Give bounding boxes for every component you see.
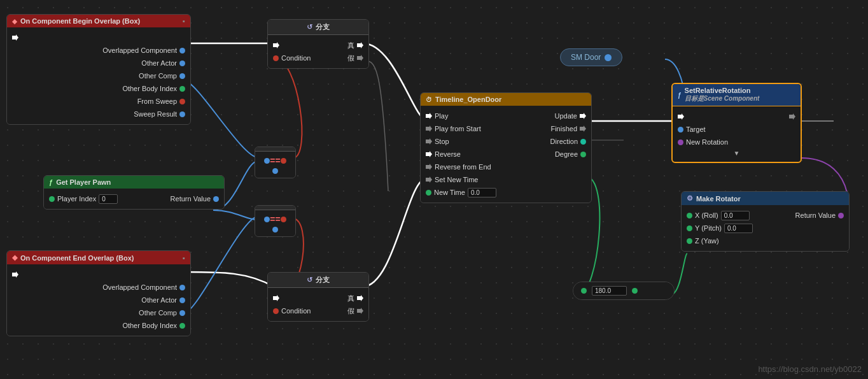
branch1-icon: ↺ xyxy=(307,23,312,31)
value-180-input[interactable] xyxy=(592,286,627,296)
begin-overlap-exec-pin[interactable] xyxy=(12,34,18,41)
end-overlap-exec-pin[interactable] xyxy=(12,271,18,278)
node-value-180 xyxy=(573,282,675,300)
node-equals-1: == xyxy=(255,147,296,178)
timeline-update-pin[interactable] xyxy=(580,113,586,119)
overlap-comp-label: Overlapped Component xyxy=(102,46,177,54)
set-rotation-target-pin[interactable] xyxy=(678,127,683,132)
timeline-degree-pin[interactable] xyxy=(580,152,586,157)
timeline-revend-pin[interactable] xyxy=(426,164,432,170)
timeline-play-pin[interactable] xyxy=(426,113,432,119)
timeline-direction-pin[interactable] xyxy=(580,139,586,145)
branch2-condition-pin[interactable] xyxy=(273,308,279,314)
rotator-return-pin[interactable] xyxy=(838,213,844,218)
node-set-relative-rotation: ƒ SetRelativeRotation 目标是Scene Component xyxy=(671,83,802,163)
equals2-symbol: == xyxy=(270,214,280,224)
begin-overlap-close[interactable]: ◆ xyxy=(12,18,17,25)
node-end-overlap: ◆ On Component End Overlap (Box) ▪ Overl… xyxy=(6,250,191,336)
set-rotation-newrot-label: New Rotation xyxy=(686,138,728,146)
set-rotation-target-label: Target xyxy=(686,125,706,133)
watermark: https://blog.csdn.net/yb0022 xyxy=(758,364,862,374)
timeline-finished-pin[interactable] xyxy=(580,125,586,132)
begin-overlap-exec-row xyxy=(7,31,190,44)
branch2-true-pin[interactable] xyxy=(357,295,363,301)
timeline-newtime-pin[interactable] xyxy=(426,190,431,196)
branch2-condition-label: Condition xyxy=(281,307,311,315)
timeline-update-label: Update xyxy=(555,112,577,120)
blueprint-canvas: ◆ On Component Begin Overlap (Box) ▪ Ove… xyxy=(0,0,868,379)
rotator-y-input[interactable] xyxy=(724,224,753,233)
equals2-result-pin[interactable] xyxy=(281,217,286,222)
node-branch-1: ↺ 分支 真 Condition 假 xyxy=(267,19,369,69)
return-value-label: Return Value xyxy=(171,195,211,203)
timeline-reverse-label: Reverse xyxy=(435,150,461,158)
branch1-exec-in[interactable] xyxy=(273,42,279,48)
timeline-stop-label: Stop xyxy=(435,138,449,145)
node-begin-overlap: ◆ On Component Begin Overlap (Box) ▪ Ove… xyxy=(6,14,191,125)
set-rotation-exec-in[interactable] xyxy=(678,113,684,120)
timeline-reverse-pin[interactable] xyxy=(426,151,432,157)
timeline-play-label: Play xyxy=(435,112,448,120)
equals1-result-pin[interactable] xyxy=(281,158,286,164)
timeline-newtime-input[interactable] xyxy=(468,188,496,197)
get-player-pawn-title: Get Player Pawn xyxy=(56,178,111,186)
branch1-condition-label: Condition xyxy=(281,54,311,62)
timeline-playfromstart-pin[interactable] xyxy=(426,125,432,132)
equals1-pin-b[interactable] xyxy=(272,168,278,174)
node-make-rotator: ⚙ Make Rotator X (Roll) Return Value xyxy=(681,191,850,252)
value-180-out-pin[interactable] xyxy=(632,288,638,294)
rotator-return-label: Return Value xyxy=(795,211,836,219)
other-actor-pin-begin[interactable] xyxy=(179,61,185,66)
set-rotation-expand[interactable]: ▼ xyxy=(673,148,801,158)
make-rotator-title: Make Rotator xyxy=(696,195,741,203)
branch2-exec-in[interactable] xyxy=(273,295,279,301)
equals1-pin-a[interactable] xyxy=(264,158,270,164)
node-branch-2: ↺ 分支 真 Condition 假 xyxy=(267,272,369,322)
timeline-revend-label: Reverse from End xyxy=(435,163,491,171)
other-actor-label: Other Actor xyxy=(141,59,177,67)
equals2-pin-b[interactable] xyxy=(272,227,278,232)
set-rotation-newrot-pin[interactable] xyxy=(678,139,683,145)
timeline-icon: ⏱ xyxy=(426,96,432,103)
value-180-in-pin[interactable] xyxy=(581,288,587,294)
timeline-playfromstart-label: Play from Start xyxy=(435,125,481,132)
rotator-x-input[interactable] xyxy=(721,211,750,220)
overlap-comp-pin[interactable] xyxy=(179,48,185,54)
begin-overlap-menu[interactable]: ▪ xyxy=(183,17,185,25)
sm-door-label: SM Door xyxy=(571,53,601,62)
set-rotation-title: SetRelativeRotation xyxy=(685,87,760,94)
branch1-false-pin[interactable] xyxy=(357,55,363,61)
branch1-true-pin[interactable] xyxy=(357,42,363,48)
branch2-false-label: 假 xyxy=(347,306,354,316)
branch2-true-label: 真 xyxy=(347,294,354,303)
timeline-setnewtime-pin[interactable] xyxy=(426,176,432,183)
branch1-false-label: 假 xyxy=(347,54,354,63)
player-index-input[interactable] xyxy=(99,194,118,204)
set-rotation-icon: ƒ xyxy=(678,92,682,99)
timeline-title: Timeline_OpenDoor xyxy=(435,96,501,103)
other-actor-pin-end[interactable] xyxy=(179,297,185,303)
branch1-condition-pin[interactable] xyxy=(273,55,279,61)
sm-door-pin[interactable] xyxy=(605,54,612,61)
rotator-z-pin[interactable] xyxy=(687,238,692,244)
rotator-x-label: X (Roll) xyxy=(695,211,718,219)
node-sm-door[interactable]: SM Door xyxy=(560,48,622,66)
branch2-false-pin[interactable] xyxy=(357,308,363,314)
equals1-symbol: == xyxy=(270,155,280,166)
branch1-title: 分支 xyxy=(316,22,330,32)
make-rotator-icon: ⚙ xyxy=(687,194,693,203)
node-get-player-pawn: ƒ Get Player Pawn Player Index Return Va… xyxy=(43,175,225,210)
rotator-x-pin[interactable] xyxy=(687,213,692,218)
end-overlap-icon: ◆ xyxy=(12,254,17,262)
timeline-stop-pin[interactable] xyxy=(426,138,432,145)
node-equals-2: == xyxy=(255,205,296,237)
equals2-pin-a[interactable] xyxy=(264,217,270,222)
set-rotation-subtitle: 目标是Scene Component xyxy=(685,94,760,103)
player-index-pin[interactable] xyxy=(49,196,55,202)
rotator-y-label: Y (Pitch) xyxy=(695,224,722,232)
end-overlap-menu[interactable]: ▪ xyxy=(183,254,185,262)
return-value-pin[interactable] xyxy=(213,196,219,202)
rotator-y-pin[interactable] xyxy=(687,225,692,231)
set-rotation-exec-out[interactable] xyxy=(789,113,795,120)
begin-overlap-title: On Component Begin Overlap (Box) xyxy=(20,17,140,25)
